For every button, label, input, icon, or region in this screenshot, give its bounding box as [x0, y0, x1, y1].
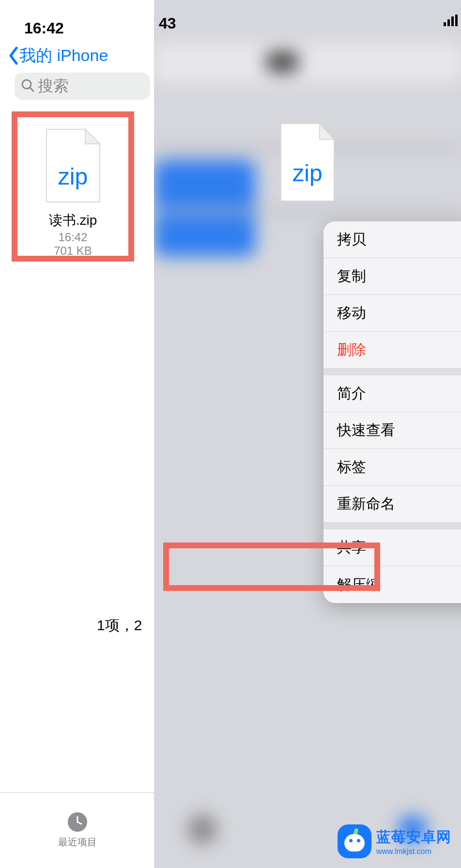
menu-duplicate-label: 复制 — [337, 266, 366, 286]
menu-info[interactable]: 简介 — [323, 375, 461, 412]
clock-icon — [67, 811, 88, 833]
menu-share-label: 共享 — [337, 538, 366, 558]
file-ext-label: zip — [42, 163, 105, 190]
menu-uncompress[interactable]: 解压缩 — [323, 566, 461, 603]
menu-delete[interactable]: 删除 — [323, 332, 461, 369]
menu-move-label: 移动 — [337, 303, 366, 323]
tab-recents[interactable]: 最近项目 — [0, 811, 155, 849]
menu-rename[interactable]: 重新命名 — [323, 486, 461, 523]
file-item[interactable]: zip 读书.zip 16:42 701 KB — [12, 111, 134, 262]
search-placeholder: 搜索 — [38, 76, 69, 97]
svg-rect-6 — [447, 19, 450, 26]
item-count: 1项，2 — [97, 616, 142, 636]
status-clock-right: 43 — [159, 15, 176, 32]
watermark-sub: www.lmkjst.com — [376, 847, 451, 856]
svg-rect-8 — [455, 15, 458, 26]
tab-recents-label: 最近项目 — [0, 836, 155, 849]
zip-file-icon: zip — [42, 127, 105, 204]
back-button[interactable]: 我的 iPhone — [8, 45, 108, 67]
menu-copy-label: 拷贝 — [337, 230, 366, 249]
chevron-left-icon — [8, 46, 18, 65]
menu-delete-label: 删除 — [337, 340, 366, 360]
context-menu-panel: 43 zip 拷贝 复制 移动 删除 — [154, 0, 461, 868]
menu-copy[interactable]: 拷贝 — [323, 221, 461, 258]
watermark-logo-icon — [338, 824, 371, 858]
menu-tags[interactable]: 标签 — [323, 449, 461, 486]
preview-ext-label: zip — [276, 160, 339, 186]
menu-separator — [323, 369, 461, 375]
menu-move[interactable]: 移动 — [323, 295, 461, 332]
menu-rename-label: 重新命名 — [337, 494, 395, 514]
file-time: 16:42 — [58, 231, 87, 244]
search-icon — [20, 78, 35, 94]
file-name: 读书.zip — [49, 211, 97, 230]
menu-uncompress-label: 解压缩 — [337, 575, 381, 595]
preview-zip-icon: zip — [276, 121, 339, 203]
status-clock: 16:42 — [24, 19, 64, 37]
context-menu: 拷贝 复制 移动 删除 简介 快速查看 — [323, 221, 461, 603]
menu-info-label: 简介 — [337, 384, 366, 403]
file-size: 701 KB — [54, 244, 92, 258]
svg-line-1 — [30, 88, 33, 91]
menu-quicklook[interactable]: 快速查看 — [323, 412, 461, 449]
search-input[interactable]: 搜索 — [15, 73, 150, 100]
signal-icon — [444, 15, 458, 28]
menu-quicklook-label: 快速查看 — [337, 420, 395, 440]
menu-tags-label: 标签 — [337, 457, 366, 477]
svg-rect-7 — [451, 16, 454, 26]
menu-share[interactable]: 共享 — [323, 529, 461, 566]
divider — [0, 792, 155, 793]
menu-separator — [323, 523, 461, 529]
files-list-panel: 16:42 我的 iPhone 搜索 zip 读书.zip 16:42 — [0, 0, 155, 868]
svg-rect-5 — [444, 22, 446, 26]
watermark-title: 蓝莓安卓网 — [376, 827, 451, 847]
back-label: 我的 iPhone — [19, 45, 108, 67]
watermark: 蓝莓安卓网 www.lmkjst.com — [338, 824, 451, 858]
menu-duplicate[interactable]: 复制 — [323, 258, 461, 295]
